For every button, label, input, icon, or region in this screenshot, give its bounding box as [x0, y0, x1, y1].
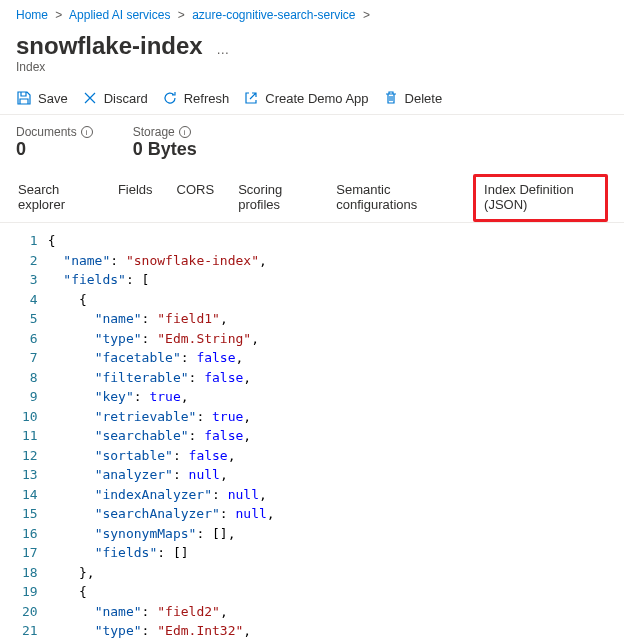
breadcrumb-applied-ai[interactable]: Applied AI services — [69, 8, 170, 22]
tab-cors[interactable]: CORS — [175, 174, 217, 222]
page-title: snowflake-index — [16, 32, 203, 60]
breadcrumb-home[interactable]: Home — [16, 8, 48, 22]
refresh-icon — [162, 90, 178, 106]
documents-value: 0 — [16, 139, 93, 160]
discard-icon — [82, 90, 98, 106]
external-link-icon — [243, 90, 259, 106]
save-icon — [16, 90, 32, 106]
breadcrumb-service[interactable]: azure-cognitive-search-service — [192, 8, 355, 22]
refresh-button[interactable]: Refresh — [162, 90, 230, 106]
storage-value: 0 Bytes — [133, 139, 197, 160]
tab-index-definition-json[interactable]: Index Definition (JSON) — [473, 174, 608, 222]
tab-search-explorer[interactable]: Search explorer — [16, 174, 96, 222]
info-icon[interactable]: i — [81, 126, 93, 138]
create-demo-button[interactable]: Create Demo App — [243, 90, 368, 106]
chevron-right-icon: > — [55, 8, 62, 22]
line-gutter: 1234567891011121314151617181920212223242… — [16, 231, 48, 639]
delete-button[interactable]: Delete — [383, 90, 443, 106]
page-header: snowflake-index … Index — [0, 30, 624, 82]
tab-scoring[interactable]: Scoring profiles — [236, 174, 314, 222]
tab-fields[interactable]: Fields — [116, 174, 155, 222]
info-icon[interactable]: i — [179, 126, 191, 138]
save-button[interactable]: Save — [16, 90, 68, 106]
stats-row: Documents i 0 Storage i 0 Bytes — [0, 115, 624, 170]
more-icon[interactable]: … — [216, 42, 229, 57]
breadcrumb: Home > Applied AI services > azure-cogni… — [0, 0, 624, 30]
stat-documents: Documents i 0 — [16, 125, 93, 160]
tabs: Search explorer Fields CORS Scoring prof… — [0, 170, 624, 223]
chevron-right-icon: > — [363, 8, 370, 22]
delete-icon — [383, 90, 399, 106]
code-content[interactable]: { "name": "snowflake-index", "fields": [… — [48, 231, 608, 639]
stat-storage: Storage i 0 Bytes — [133, 125, 197, 160]
chevron-right-icon: > — [178, 8, 185, 22]
page-subtitle: Index — [16, 60, 608, 74]
discard-button[interactable]: Discard — [82, 90, 148, 106]
tab-semantic[interactable]: Semantic configurations — [334, 174, 453, 222]
code-editor[interactable]: 1234567891011121314151617181920212223242… — [16, 231, 608, 639]
toolbar: Save Discard Refresh Create Demo App Del… — [0, 82, 624, 115]
